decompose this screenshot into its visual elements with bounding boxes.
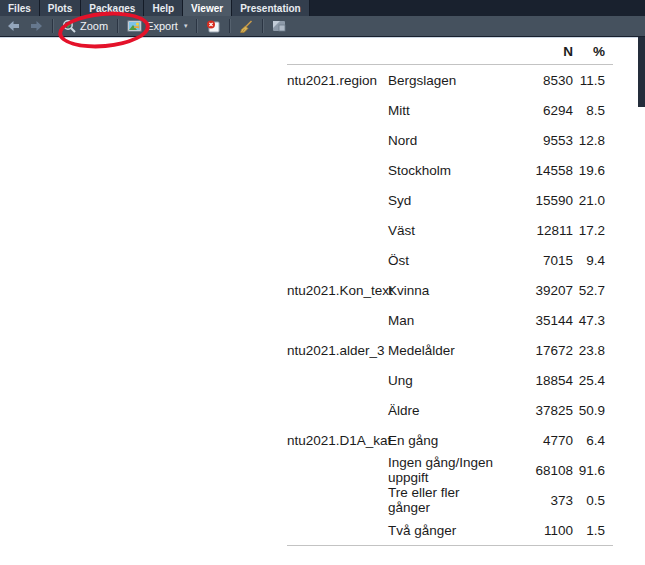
row-label: Ung	[388, 373, 505, 388]
row-n: 35144	[505, 313, 573, 328]
row-variable: ntu2021.region	[287, 73, 388, 88]
table-row: ntu2021.Kon_text Kvinna 39207 52.7	[287, 275, 613, 305]
row-variable: ntu2021.alder_3	[287, 343, 388, 358]
export-image-icon	[127, 20, 142, 32]
row-label: Medelålder	[388, 343, 505, 358]
row-label: Man	[388, 313, 505, 328]
table-row: Mitt 6294 8.5	[287, 95, 613, 125]
back-button[interactable]	[4, 19, 23, 33]
table-row: ntu2021.region Bergslagen 8530 11.5	[287, 65, 613, 95]
tab-plots[interactable]: Plots	[40, 0, 81, 16]
table-row: Ung 18854 25.4	[287, 365, 613, 395]
viewer-toolbar: Zoom Export ▾	[0, 16, 645, 37]
toolbar-separator	[262, 19, 263, 33]
table-row: Väst 12811 17.2	[287, 215, 613, 245]
header-pct: %	[573, 44, 613, 59]
zoom-button-label: Zoom	[80, 20, 108, 32]
header-n: N	[505, 44, 573, 59]
row-label: Ingen gång/Ingen uppgift	[388, 455, 505, 485]
row-n: 39207	[505, 283, 573, 298]
delete-viewer-item-button[interactable]	[203, 19, 223, 34]
forward-arrow-icon	[30, 20, 43, 32]
table-row: Stockholm 14558 19.6	[287, 155, 613, 185]
row-label: Två gånger	[388, 523, 505, 538]
row-label: Väst	[388, 223, 505, 238]
row-n: 14558	[505, 163, 573, 178]
zoom-magnifier-icon	[62, 19, 76, 33]
zoom-button[interactable]: Zoom	[59, 18, 111, 34]
table-row: Öst 7015 9.4	[287, 245, 613, 275]
row-pct: 52.7	[573, 283, 613, 298]
forward-button[interactable]	[27, 19, 46, 33]
row-pct: 19.6	[573, 163, 613, 178]
toolbar-separator	[196, 19, 197, 33]
row-n: 9553	[505, 133, 573, 148]
row-n: 68108	[505, 463, 573, 478]
toolbar-separator	[117, 19, 118, 33]
row-n: 7015	[505, 253, 573, 268]
tab-packages[interactable]: Packages	[81, 0, 144, 16]
row-label: Tre eller fler gånger	[388, 485, 505, 515]
row-label: En gång	[388, 433, 505, 448]
toolbar-separator	[52, 19, 53, 33]
back-arrow-icon	[7, 20, 20, 32]
row-pct: 91.6	[573, 463, 613, 478]
table-row: Tre eller fler gånger 373 0.5	[287, 485, 613, 515]
row-pct: 12.8	[573, 133, 613, 148]
table-body: ntu2021.region Bergslagen 8530 11.5 Mitt…	[287, 65, 613, 546]
delete-page-icon	[206, 20, 220, 33]
row-pct: 6.4	[573, 433, 613, 448]
export-button-label: Export	[146, 20, 178, 32]
table-row: Syd 15590 21.0	[287, 185, 613, 215]
tab-files[interactable]: Files	[0, 0, 40, 16]
row-label: Öst	[388, 253, 505, 268]
row-variable: ntu2021.D1A_kat	[287, 433, 388, 448]
row-pct: 47.3	[573, 313, 613, 328]
open-in-new-window-button[interactable]	[269, 19, 289, 33]
row-pct: 11.5	[573, 73, 613, 88]
toolbar-separator	[229, 19, 230, 33]
summary-table: N % ntu2021.region Bergslagen 8530 11.5 …	[287, 38, 613, 546]
pane-tabbar: Files Plots Packages Help Viewer Present…	[0, 0, 645, 16]
row-label: Bergslagen	[388, 73, 505, 88]
row-n: 18854	[505, 373, 573, 388]
row-n: 12811	[505, 223, 573, 238]
tab-help[interactable]: Help	[144, 0, 183, 16]
table-row: Man 35144 47.3	[287, 305, 613, 335]
table-row: Nord 9553 12.8	[287, 125, 613, 155]
row-pct: 0.5	[573, 493, 613, 508]
table-row: ntu2021.alder_3 Medelålder 17672 23.8	[287, 335, 613, 365]
row-n: 15590	[505, 193, 573, 208]
tab-presentation[interactable]: Presentation	[232, 0, 310, 16]
table-row: Ingen gång/Ingen uppgift 68108 91.6	[287, 455, 613, 485]
row-pct: 1.5	[573, 523, 613, 538]
row-n: 4770	[505, 433, 573, 448]
row-pct: 23.8	[573, 343, 613, 358]
row-n: 8530	[505, 73, 573, 88]
viewer-content-area: N % ntu2021.region Bergslagen 8530 11.5 …	[0, 38, 638, 565]
broom-icon	[239, 20, 253, 33]
row-n: 1100	[505, 523, 573, 538]
row-label: Stockholm	[388, 163, 505, 178]
row-label: Syd	[388, 193, 505, 208]
row-pct: 17.2	[573, 223, 613, 238]
row-label: Nord	[388, 133, 505, 148]
row-pct: 9.4	[573, 253, 613, 268]
table-row: ntu2021.D1A_kat En gång 4770 6.4	[287, 425, 613, 455]
tab-viewer[interactable]: Viewer	[183, 0, 232, 16]
row-pct: 25.4	[573, 373, 613, 388]
row-n: 373	[505, 493, 573, 508]
export-button[interactable]: Export ▾	[124, 19, 190, 33]
table-row: Äldre 37825 50.9	[287, 395, 613, 425]
row-n: 37825	[505, 403, 573, 418]
table-header-row: N %	[287, 38, 613, 65]
row-label: Äldre	[388, 403, 505, 418]
row-label: Kvinna	[388, 283, 505, 298]
open-in-new-window-icon	[272, 20, 286, 32]
clear-all-button[interactable]	[236, 19, 256, 34]
row-pct: 21.0	[573, 193, 613, 208]
row-label: Mitt	[388, 103, 505, 118]
window-edge-strip	[638, 37, 645, 107]
export-dropdown-caret-icon: ▾	[184, 22, 188, 30]
row-pct: 8.5	[573, 103, 613, 118]
